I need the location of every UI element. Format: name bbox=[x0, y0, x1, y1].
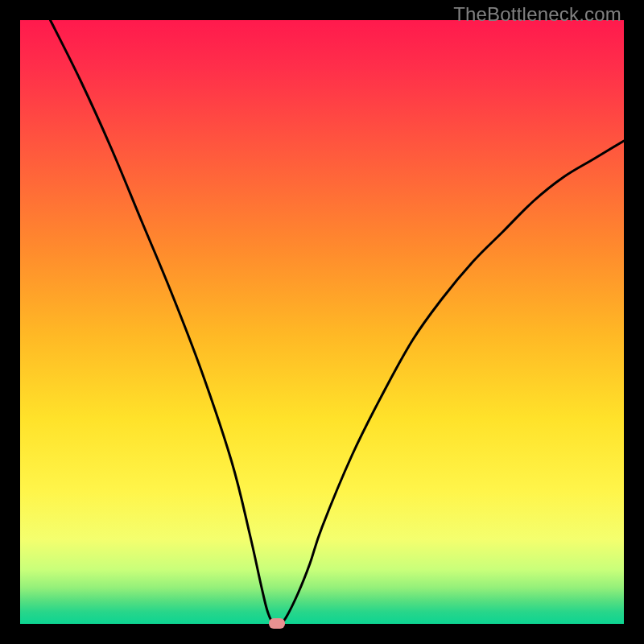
chart-frame: TheBottleneck.com bbox=[0, 0, 644, 644]
optimum-marker bbox=[269, 618, 285, 629]
bottleneck-curve bbox=[51, 20, 625, 625]
curve-layer bbox=[20, 20, 624, 624]
watermark-text: TheBottleneck.com bbox=[453, 3, 621, 26]
